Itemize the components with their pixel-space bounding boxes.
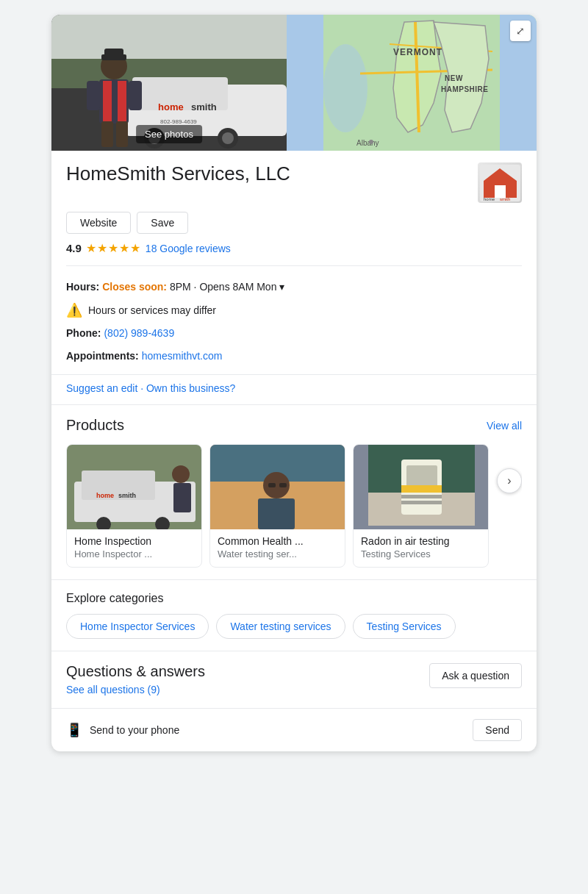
svg-text:smith: smith: [500, 197, 510, 201]
svg-rect-20: [101, 121, 113, 147]
phone-icon: 📱: [66, 722, 82, 738]
svg-text:VERMONT: VERMONT: [393, 47, 442, 57]
product-image-3: [354, 445, 488, 529]
hours-time: 8PM · Opens 8AM Mon ▾: [167, 279, 284, 295]
svg-rect-16: [103, 81, 112, 121]
hero-photo[interactable]: home smith 802-989-4639 See: [51, 15, 287, 151]
send-left: 📱 Send to your phone: [66, 722, 179, 738]
products-section: Products View all home smith: [51, 405, 537, 579]
warning-text: Hours or services may differ: [88, 304, 216, 316]
products-header: Products View all: [66, 417, 522, 434]
rating-number: 4.9: [66, 242, 82, 254]
product-card-1[interactable]: home smith Home Inspection Home Inspecto…: [66, 444, 202, 568]
svg-rect-62: [406, 465, 437, 487]
category-tags: Home Inspector Services Water testing se…: [66, 614, 522, 639]
product-category-2: Water testing ser...: [218, 548, 337, 559]
rating-row: 4.9 ★★★★★ 18 Google reviews: [66, 241, 522, 266]
svg-rect-65: [401, 501, 442, 504]
separator: ·: [140, 382, 146, 394]
svg-text:NEW: NEW: [445, 74, 463, 82]
action-buttons: Website Save: [66, 212, 522, 234]
rating-stars: ★★★★★: [86, 241, 141, 255]
category-tag-3[interactable]: Testing Services: [353, 614, 456, 639]
map-expand-button[interactable]: ⤢: [510, 21, 531, 41]
explore-title: Explore categories: [66, 592, 522, 605]
product-card-3[interactable]: Radon in air testing Testing Services: [353, 444, 489, 568]
qa-see-all-link[interactable]: See all questions (9): [66, 684, 160, 695]
category-tag-1[interactable]: Home Inspector Services: [66, 614, 209, 639]
svg-text:HAMPSHIRE: HAMPSHIRE: [441, 85, 489, 93]
ask-question-button[interactable]: Ask a question: [429, 663, 522, 688]
send-label: Send to your phone: [90, 724, 179, 736]
business-header: HomeSmith Services, LLC home smith: [66, 162, 522, 203]
svg-rect-55: [258, 498, 295, 529]
phone-row: Phone: (802) 989-4639: [66, 326, 522, 341]
explore-section: Explore categories Home Inspector Servic…: [51, 579, 537, 651]
svg-rect-57: [279, 483, 287, 487]
product-card-2[interactable]: Common Health ... Water testing ser...: [209, 444, 345, 568]
phone-label: Phone:: [66, 326, 101, 341]
carousel-next-button[interactable]: ›: [497, 468, 522, 493]
svg-point-24: [323, 44, 368, 132]
product-image-2: [210, 445, 345, 529]
hero-section: home smith 802-989-4639 See: [51, 15, 537, 151]
hero-map[interactable]: VERMONT NEW HAMPSHIRE Portlan Albany ⤢: [287, 15, 537, 151]
hours-status: Closes soon:: [102, 279, 167, 295]
business-name: HomeSmith Services, LLC: [66, 162, 290, 185]
svg-rect-56: [268, 483, 276, 487]
products-carousel: home smith Home Inspection Home Inspecto…: [66, 444, 522, 579]
products-title: Products: [66, 417, 124, 434]
svg-point-8: [222, 132, 234, 144]
svg-text:smith: smith: [118, 492, 136, 499]
business-logo: home smith: [478, 162, 522, 203]
svg-text:home: home: [96, 492, 114, 499]
warning-icon: ⚠️: [66, 302, 82, 318]
svg-point-49: [172, 465, 190, 483]
reviews-link[interactable]: 18 Google reviews: [146, 243, 231, 254]
business-card: home smith 802-989-4639 See: [51, 15, 537, 751]
svg-rect-14: [104, 49, 123, 57]
save-button[interactable]: Save: [137, 212, 188, 234]
svg-rect-23: [287, 15, 323, 151]
svg-rect-21: [116, 121, 128, 147]
product-image-1: home smith: [67, 445, 201, 529]
website-button[interactable]: Website: [66, 212, 131, 234]
product-info-2: Common Health ... Water testing ser...: [210, 529, 345, 567]
svg-text:home: home: [484, 197, 495, 201]
svg-text:802-989-4639: 802-989-4639: [160, 118, 197, 125]
warning-row: ⚠️ Hours or services may differ: [66, 302, 522, 318]
send-button[interactable]: Send: [473, 719, 522, 741]
appointments-link[interactable]: homesmithvt.com: [142, 348, 223, 364]
phone-link[interactable]: (802) 989-4639: [104, 326, 174, 341]
svg-text:home: home: [158, 101, 184, 112]
hours-label: Hours:: [66, 279, 99, 295]
product-category-1: Home Inspector ...: [74, 548, 194, 559]
svg-rect-19: [129, 81, 142, 110]
svg-rect-50: [173, 483, 191, 512]
svg-point-35: [369, 140, 373, 144]
view-all-link[interactable]: View all: [487, 420, 522, 432]
category-tag-2[interactable]: Water testing services: [216, 614, 345, 639]
product-info-3: Radon in air testing Testing Services: [354, 529, 488, 567]
qa-left: Questions & answers See all questions (9…: [66, 663, 205, 696]
svg-rect-63: [401, 485, 442, 493]
product-name-3: Radon in air testing: [361, 535, 481, 547]
appointments-label: Appointments:: [66, 348, 139, 364]
product-name-1: Home Inspection: [74, 535, 194, 547]
svg-text:Albany: Albany: [356, 139, 379, 147]
product-category-3: Testing Services: [361, 548, 481, 559]
hours-row: Hours: Closes soon: 8PM · Opens 8AM Mon …: [66, 279, 522, 295]
qa-section: Questions & answers See all questions (9…: [51, 651, 537, 708]
info-section: HomeSmith Services, LLC home smith Websi…: [51, 151, 537, 266]
qa-title: Questions & answers: [66, 663, 205, 680]
suggest-edit-link[interactable]: Suggest an edit: [66, 382, 137, 394]
see-photos-button[interactable]: See photos: [136, 125, 202, 143]
product-info-1: Home Inspection Home Inspector ...: [67, 529, 201, 567]
own-business-link[interactable]: Own this business?: [146, 382, 235, 394]
svg-rect-18: [87, 81, 100, 110]
edit-row: Suggest an edit · Own this business?: [51, 375, 537, 405]
appointments-row: Appointments: homesmithvt.com: [66, 348, 522, 364]
svg-rect-64: [401, 495, 442, 498]
send-section: 📱 Send to your phone Send: [51, 708, 537, 751]
svg-rect-17: [118, 81, 126, 121]
